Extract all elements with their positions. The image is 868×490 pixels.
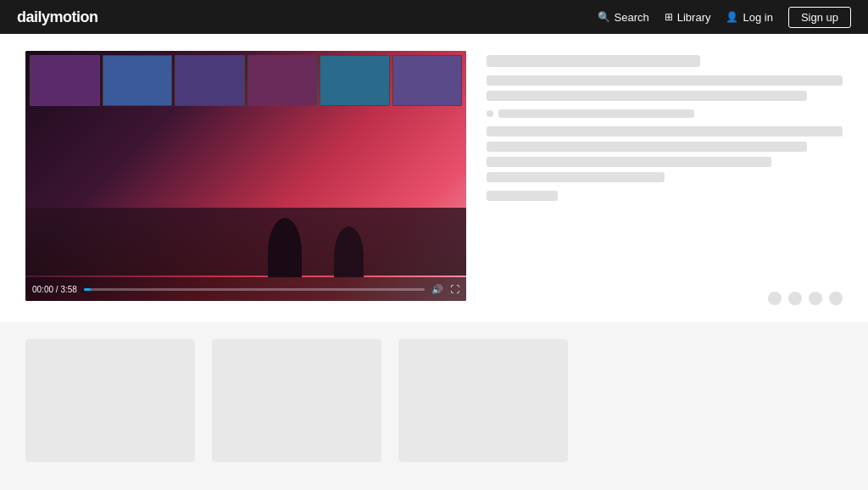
sub-label-text-skeleton	[498, 109, 694, 118]
library-nav-item[interactable]: ⊞ Library	[665, 11, 711, 24]
body-skeleton-2	[487, 142, 807, 152]
control-desk	[25, 208, 466, 276]
skeleton-line-1	[487, 75, 843, 86]
tv-screen-1	[30, 55, 100, 106]
progress-fill	[84, 288, 91, 291]
social-dot-1[interactable]	[768, 292, 782, 305]
navbar-right: 🔍 Search ⊞ Library 👤 Log in Sign up	[598, 7, 851, 28]
video-card-2[interactable]	[212, 339, 381, 462]
social-dot-4[interactable]	[829, 292, 843, 305]
volume-icon[interactable]: 🔊	[431, 284, 443, 295]
tv-screen-2	[103, 55, 173, 106]
tv-screen-4	[248, 55, 318, 106]
user-icon: 👤	[726, 11, 738, 23]
video-card-3[interactable]	[398, 339, 568, 462]
time-display: 00:00 / 3:58	[32, 285, 77, 294]
library-icon: ⊞	[665, 11, 673, 23]
tv-screen-6	[392, 55, 463, 106]
body-skeleton-3	[487, 157, 771, 167]
sub-dot	[487, 110, 493, 117]
tv-screens-top	[30, 55, 462, 106]
login-label: Log in	[743, 11, 772, 24]
login-nav-item[interactable]: 👤 Log in	[726, 11, 772, 24]
tv-screen-5	[320, 55, 390, 106]
search-label: Search	[615, 11, 649, 24]
tag-skeleton	[487, 191, 558, 201]
body-skeleton-4	[487, 172, 665, 182]
main-content: 00:00 / 3:58 🔊 ⛶	[0, 34, 868, 322]
search-icon: 🔍	[598, 11, 610, 23]
video-thumbnail	[25, 51, 466, 301]
video-player[interactable]: 00:00 / 3:58 🔊 ⛶	[25, 51, 466, 301]
progress-bar[interactable]	[84, 288, 425, 291]
social-dot-2[interactable]	[788, 292, 802, 305]
tv-screen-3	[175, 55, 245, 106]
video-title-skeleton	[487, 55, 700, 67]
library-label: Library	[677, 11, 711, 24]
social-dots	[487, 292, 843, 305]
sub-label-skeleton	[487, 109, 843, 118]
video-controls: 00:00 / 3:58 🔊 ⛶	[25, 277, 466, 301]
body-skeleton-group	[487, 126, 843, 182]
search-nav-item[interactable]: 🔍 Search	[598, 11, 649, 24]
description-skeleton-group	[487, 75, 843, 101]
body-skeleton-1	[487, 126, 843, 136]
social-dot-3[interactable]	[809, 292, 822, 305]
fullscreen-icon[interactable]: ⛶	[450, 284, 459, 294]
video-info-panel	[487, 51, 843, 305]
skeleton-line-2	[487, 91, 807, 101]
playback-controls: 🔊 ⛶	[431, 284, 459, 295]
navbar: dailymotion 🔍 Search ⊞ Library 👤 Log in …	[0, 0, 868, 34]
signup-button[interactable]: Sign up	[788, 7, 851, 28]
recommended-videos-section	[0, 322, 868, 479]
navbar-left: dailymotion	[17, 8, 98, 26]
video-card-1[interactable]	[25, 339, 195, 462]
logo[interactable]: dailymotion	[17, 8, 98, 26]
